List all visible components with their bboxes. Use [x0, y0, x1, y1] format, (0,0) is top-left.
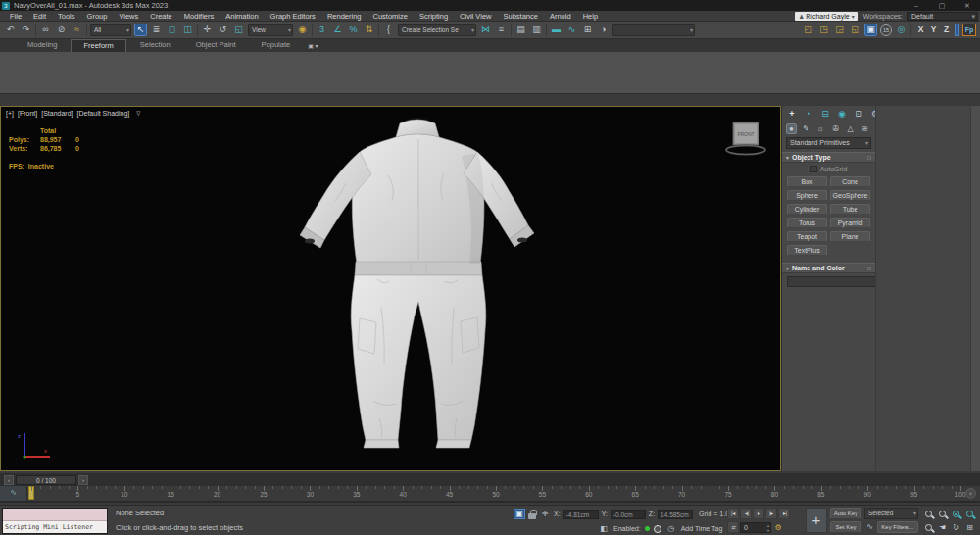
isolate-selection-toggle[interactable]: ▣: [514, 509, 525, 519]
reference-coordinate-dropdown[interactable]: View ▾: [248, 24, 293, 36]
cameras-subtab-icon[interactable]: ✇: [830, 123, 841, 134]
zoom-extents-icon[interactable]: [950, 508, 962, 520]
toggle-layer-explorer-icon[interactable]: ▥: [530, 24, 543, 36]
per-view-filter-icon[interactable]: ∇: [136, 110, 140, 117]
transform-type-in-icon[interactable]: ✛: [539, 509, 551, 519]
timeline-ruler[interactable]: 0510152025303540455055606570758085909510…: [31, 486, 960, 501]
toolbar-overflow-handle[interactable]: [956, 24, 959, 36]
bind-to-spacewarp-icon[interactable]: ≈: [71, 24, 83, 36]
timeline-scroll-button[interactable]: ‹: [965, 488, 976, 499]
ribbon-tab-selection[interactable]: Selection: [128, 39, 182, 52]
progressive-display-indicator[interactable]: [654, 525, 662, 533]
toggle-scene-explorer-icon[interactable]: ▤: [514, 24, 527, 36]
set-key-button[interactable]: Set Key: [830, 521, 861, 533]
redo-icon[interactable]: ↷: [20, 24, 32, 36]
ribbon-tab-populate[interactable]: Populate: [250, 39, 303, 52]
menu-animation[interactable]: Animation: [220, 11, 264, 22]
object-type-box[interactable]: Box: [787, 176, 827, 187]
axis-constraint-z[interactable]: Z: [940, 24, 953, 36]
menu-group[interactable]: Group: [81, 11, 114, 22]
mirror-icon[interactable]: ⋈: [479, 24, 492, 36]
render-setup-icon[interactable]: ◰: [802, 24, 814, 36]
rectangular-selection-region-icon[interactable]: ◻: [166, 24, 178, 36]
rendered-frame-window-icon[interactable]: ◳: [817, 24, 830, 36]
previous-frame-button[interactable]: ‹: [4, 475, 14, 485]
spinner-snap-icon[interactable]: ⇅: [363, 24, 375, 36]
frame-spinner[interactable]: ▴▾: [767, 523, 769, 533]
object-type-teapot[interactable]: Teapot: [787, 231, 827, 242]
menu-scripting[interactable]: Scripting: [414, 11, 454, 22]
object-name-field[interactable]: [787, 276, 882, 287]
object-type-pyramid[interactable]: Pyramid: [830, 218, 870, 228]
add-time-tag[interactable]: Add Time Tag: [681, 525, 723, 532]
render-last-icon[interactable]: ◎: [895, 24, 907, 36]
menu-file[interactable]: File: [4, 11, 27, 22]
select-and-rotate-icon[interactable]: ↺: [217, 24, 229, 36]
set-keys-button[interactable]: +: [806, 508, 827, 533]
window-crossing-icon[interactable]: ◫: [181, 24, 194, 36]
menu-help[interactable]: Help: [577, 11, 604, 22]
object-type-textplus[interactable]: TextPlus: [787, 245, 827, 256]
render-iterative-icon[interactable]: 15: [880, 24, 892, 36]
render-production-icon[interactable]: ▣: [864, 24, 877, 36]
ribbon-tab-freeform[interactable]: Freeform: [71, 39, 125, 52]
go-to-start-button[interactable]: |◄: [727, 508, 739, 519]
object-type-plane[interactable]: Plane: [830, 231, 870, 242]
schematic-view-icon[interactable]: ⊞: [581, 24, 594, 36]
listener-macro-row[interactable]: [3, 509, 107, 521]
menu-create[interactable]: Create: [144, 11, 178, 22]
primitive-category-dropdown[interactable]: Standard Primitives ▾: [786, 137, 871, 149]
menu-customize[interactable]: Customize: [367, 11, 413, 22]
zoom-icon[interactable]: [922, 508, 935, 520]
display-tab-icon[interactable]: ⊡: [854, 108, 863, 120]
key-mode-toggle-icon[interactable]: ⇄: [727, 521, 739, 533]
auto-key-button[interactable]: Auto Key: [830, 508, 861, 519]
viewport-canvas[interactable]: [+] [Front] [Standard] [Default Shading]…: [0, 106, 781, 471]
current-frame-field[interactable]: 0▴▾: [740, 522, 771, 533]
unlink-selection-icon[interactable]: ⊘: [55, 24, 68, 36]
viewport-menu-general[interactable]: [+]: [6, 110, 14, 117]
angle-snap-icon[interactable]: ∠: [331, 24, 344, 36]
maximize-button[interactable]: ▢: [929, 0, 955, 11]
y-coord-field[interactable]: -0.0cm: [611, 510, 646, 519]
menu-rendering[interactable]: Rendering: [321, 11, 368, 22]
hierarchy-tab-icon[interactable]: ⊟: [820, 108, 830, 120]
ribbon-tab-modeling[interactable]: Modeling: [16, 39, 69, 52]
shapes-subtab-icon[interactable]: ✎: [801, 123, 811, 134]
orbit-icon[interactable]: ↻: [950, 521, 962, 534]
motion-tab-icon[interactable]: ◉: [837, 108, 847, 120]
next-frame-button[interactable]: |►: [765, 508, 777, 519]
user-account-button[interactable]: ♟ Richard Gayle ▾: [795, 12, 858, 21]
geometry-subtab-icon[interactable]: ●: [786, 123, 797, 134]
object-type-geosphere[interactable]: GeoSphere: [830, 190, 870, 201]
app-icon[interactable]: 3: [2, 2, 10, 10]
maxscript-mini-listener[interactable]: Scripting Mini Listener: [2, 508, 108, 534]
render-preset-dropdown[interactable]: ▾: [612, 24, 695, 36]
material-editor-icon[interactable]: ◑: [597, 24, 610, 36]
menu-arnold[interactable]: Arnold: [544, 11, 577, 22]
listener-script-row[interactable]: Scripting Mini Listener: [3, 521, 107, 533]
axis-constraint-x[interactable]: X: [914, 24, 927, 36]
select-and-move-icon[interactable]: ✛: [201, 24, 214, 36]
minimize-button[interactable]: –: [904, 0, 929, 11]
close-button[interactable]: ✕: [955, 0, 980, 11]
z-coord-field[interactable]: 14.585cm: [658, 510, 693, 519]
menu-civil-view[interactable]: Civil View: [454, 11, 497, 22]
object-type-sphere[interactable]: Sphere: [787, 190, 827, 201]
previous-frame-button[interactable]: ◄|: [740, 508, 752, 519]
percent-snap-icon[interactable]: %: [347, 24, 360, 36]
helpers-subtab-icon[interactable]: △: [845, 123, 856, 134]
fp-plugin-icon[interactable]: Fp: [962, 24, 976, 36]
render-flyout-icon[interactable]: ◱: [849, 24, 861, 36]
ribbon-display-icon[interactable]: ▣ ▾: [304, 41, 321, 52]
x-coord-field[interactable]: -4.81cm: [564, 510, 599, 519]
named-selection-set-dropdown[interactable]: Create Selection Se ▾: [398, 24, 476, 36]
viewport-menu-pov[interactable]: [Front]: [18, 110, 37, 117]
next-frame-button[interactable]: ›: [78, 475, 88, 485]
viewport-menu-renderer[interactable]: [Standard]: [41, 110, 73, 117]
axis-constraint-y[interactable]: Y: [927, 24, 940, 36]
object-type-rollout-header[interactable]: ▾ Object Type: [782, 152, 875, 163]
workspace-dropdown[interactable]: Default ▾: [907, 12, 978, 21]
toggle-ribbon-icon[interactable]: ▬: [550, 24, 563, 36]
zoom-all-icon[interactable]: [936, 508, 949, 520]
